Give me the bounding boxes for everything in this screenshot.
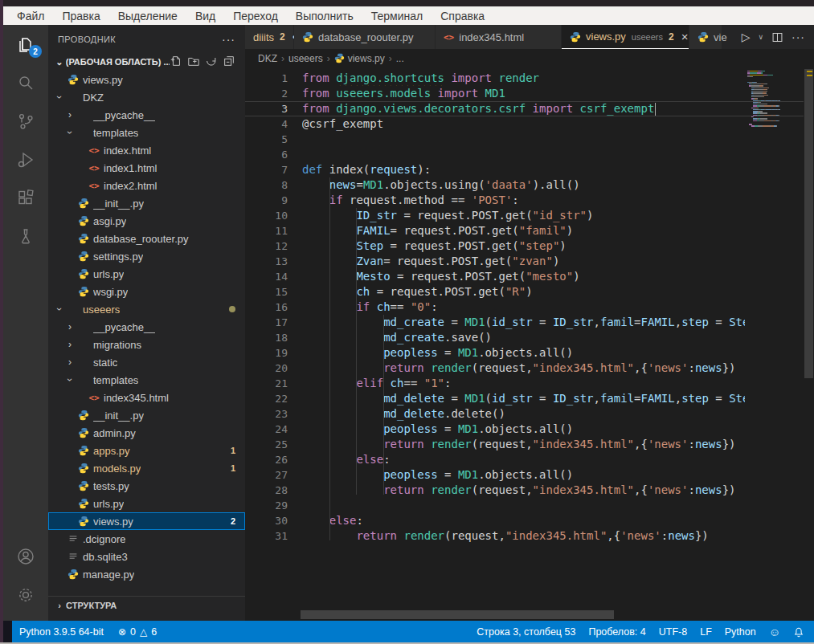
code-line-9[interactable]: 9 if request.method == 'POST': (245, 193, 814, 208)
line-number[interactable]: 18 (245, 330, 302, 345)
line-number[interactable]: 12 (245, 238, 302, 254)
line-number[interactable]: 6 (245, 147, 302, 162)
code-line-10[interactable]: 10 ID_str = request.POST.get("id_str") (245, 208, 814, 223)
menu-item[interactable]: Вид (186, 9, 224, 23)
code-line-5[interactable]: 5 (245, 132, 814, 147)
code-line-14[interactable]: 14 Mesto = request.POST.get("mesto") (245, 269, 814, 284)
tree-item-admin.py[interactable]: admin.py (48, 424, 245, 442)
collapse-all-button[interactable] (223, 55, 235, 69)
line-number[interactable]: 14 (245, 269, 302, 284)
tree-item-manage.py[interactable]: manage.py (48, 565, 245, 583)
close-icon[interactable]: × (681, 30, 689, 43)
code-line-27[interactable]: 27 peopless = MD1.objects.all() (245, 467, 814, 483)
tree-item-index345.html[interactable]: <>index345.html (48, 389, 245, 406)
code-line-16[interactable]: 16 if ch== "0": (245, 300, 814, 315)
activity-search[interactable] (3, 63, 48, 102)
tab-vie[interactable]: vie (689, 25, 722, 49)
tab-database_roouter.py[interactable]: database_roouter.py (294, 25, 435, 49)
encoding-status[interactable]: UTF-8 (659, 626, 687, 638)
menu-item[interactable]: Переход (224, 9, 287, 23)
code-editor[interactable]: 1from django.shortcuts import render2fro… (245, 67, 814, 621)
refresh-button[interactable] (205, 55, 218, 69)
menu-item[interactable]: Выделение (109, 9, 186, 23)
line-number[interactable]: 31 (245, 528, 302, 544)
code-line-4[interactable]: 4@csrf_exempt (245, 116, 814, 132)
line-number[interactable]: 4 (245, 116, 302, 132)
tree-item-database_roouter.py[interactable]: database_roouter.py (48, 230, 245, 247)
activity-run-debug[interactable] (3, 141, 48, 179)
line-number[interactable]: 17 (245, 315, 302, 330)
line-number[interactable]: 2 (245, 86, 302, 101)
tree-item-index.html[interactable]: <>index.html (48, 141, 245, 159)
line-number[interactable]: 21 (245, 376, 302, 391)
activity-testing[interactable] (3, 218, 48, 256)
tree-item-urls.py[interactable]: urls.py (48, 495, 245, 512)
tree-item-apps.py[interactable]: apps.py1 (48, 442, 245, 459)
code-line-7[interactable]: 7def index(request): (245, 162, 814, 177)
code-line-11[interactable]: 11 FAMIL= request.POST.get("famil") (245, 223, 814, 238)
tree-item-urls.py[interactable]: urls.py (48, 265, 245, 283)
code-line-12[interactable]: 12 Step = request.POST.get("step") (245, 238, 814, 254)
line-number[interactable]: 3 (245, 102, 302, 116)
breadcrumb-item-useeers[interactable]: useeers (288, 53, 323, 64)
code-line-13[interactable]: 13 Zvan= request.POST.get("zvan") (245, 254, 814, 269)
vertical-scrollbar-lane[interactable] (804, 67, 814, 621)
code-line-21[interactable]: 21 elif ch== "1": (245, 376, 814, 391)
code-line-1[interactable]: 1from django.shortcuts import render (245, 71, 814, 86)
notifications-bell-icon[interactable] (793, 626, 804, 638)
code-line-15[interactable]: 15 ch = request.POST.get("R") (245, 284, 814, 300)
line-number[interactable]: 22 (245, 391, 302, 406)
new-file-button[interactable] (170, 55, 182, 69)
tree-item-migrations[interactable]: ›migrations (48, 336, 245, 353)
menu-item[interactable]: Правка (53, 9, 108, 23)
line-number[interactable]: 30 (245, 513, 302, 528)
tree-item-wsgi.py[interactable]: wsgi.py (48, 283, 245, 300)
tab-views.py[interactable]: views.pyuseeers2× (562, 25, 689, 49)
code-line-2[interactable]: 2from useeers.models import MD1 (245, 86, 814, 101)
line-number[interactable]: 24 (245, 422, 302, 437)
language-mode-status[interactable]: Python (725, 626, 756, 638)
tab-diiits[interactable]: diiits2● (245, 25, 293, 49)
new-folder-button[interactable] (187, 55, 200, 69)
menu-item[interactable]: Терминал (362, 9, 432, 23)
code-line-3[interactable]: 3from django.views.decorators.csrf impor… (245, 101, 814, 116)
tree-item-views.py[interactable]: views.py2 (48, 512, 245, 530)
code-line-24[interactable]: 24 peopless = MD1.objects.all() (245, 422, 814, 437)
tree-item-views.py[interactable]: views.py (48, 71, 245, 88)
code-line-18[interactable]: 18 md_create.save() (245, 330, 814, 345)
vertical-scrollbar[interactable] (804, 69, 813, 378)
line-number[interactable]: 13 (245, 254, 302, 269)
line-number[interactable]: 28 (245, 483, 302, 498)
outline-section-header[interactable]: › СТРУКТУРА (48, 596, 245, 614)
code-line-26[interactable]: 26 else: (245, 452, 814, 467)
menu-item[interactable]: Справка (432, 9, 493, 23)
line-number[interactable]: 25 (245, 437, 302, 452)
tree-item-templates[interactable]: ›templates (48, 371, 245, 389)
code-line-6[interactable]: 6 (245, 147, 814, 162)
feedback-smiley-icon[interactable]: ☺ (769, 626, 780, 638)
cursor-position-status[interactable]: Строка 3, столбец 53 (477, 626, 575, 638)
tree-item-__pycache__[interactable]: ›__pycache__ (48, 106, 245, 124)
activity-extensions[interactable] (3, 179, 48, 218)
activity-settings[interactable] (3, 576, 48, 614)
code-line-20[interactable]: 20 return render(request,"index345.html"… (245, 361, 814, 376)
tree-item-useeers[interactable]: ›useeers (48, 300, 245, 318)
more-actions-button[interactable]: ··· (789, 28, 808, 46)
tree-item-static[interactable]: ›static (48, 353, 245, 371)
run-button[interactable]: ▷ (739, 28, 753, 46)
code-line-8[interactable]: 8 news=MD1.objects.using('daata').all() (245, 177, 814, 193)
tree-item-__init__.py[interactable]: __init__.py (48, 194, 245, 212)
tab-index345.html[interactable]: <>index345.html (436, 25, 561, 49)
line-number[interactable]: 8 (245, 177, 302, 193)
tree-item-__init__.py[interactable]: __init__.py (48, 406, 245, 424)
line-number[interactable]: 27 (245, 467, 302, 483)
line-number[interactable]: 29 (245, 498, 302, 513)
code-line-28[interactable]: 28 return render(request,"index345.html"… (245, 483, 814, 498)
tree-item-asgi.py[interactable]: asgi.py (48, 212, 245, 230)
line-number[interactable]: 15 (245, 284, 302, 300)
run-dropdown-icon[interactable]: ∨ (755, 28, 766, 46)
python-interpreter-status[interactable]: Python 3.9.5 64-bit (19, 626, 104, 638)
line-number[interactable]: 26 (245, 452, 302, 467)
line-number[interactable]: 23 (245, 406, 302, 422)
problems-status[interactable]: ⊗0△6 (118, 626, 157, 638)
